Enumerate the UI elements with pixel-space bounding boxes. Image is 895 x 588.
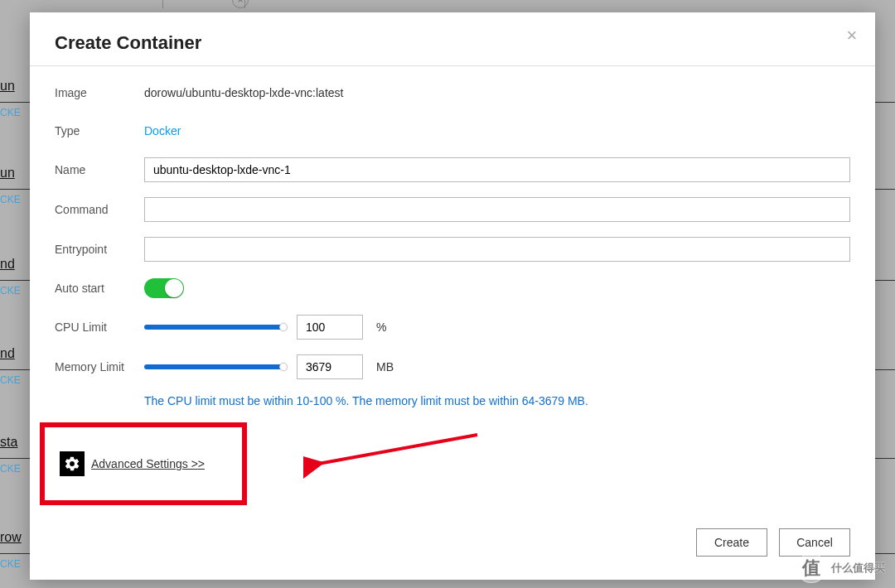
autostart-label: Auto start bbox=[55, 282, 144, 295]
gear-icon bbox=[60, 451, 85, 476]
bg-text: CKE bbox=[0, 374, 21, 386]
memory-limit-label: Memory Limit bbox=[55, 360, 144, 374]
bg-text: un bbox=[0, 166, 15, 180]
type-link[interactable]: Docker bbox=[144, 124, 181, 137]
bg-text: row bbox=[0, 530, 22, 544]
bg-text: CKE bbox=[0, 285, 21, 296]
create-button[interactable]: Create bbox=[696, 528, 767, 557]
svg-line-0 bbox=[318, 435, 477, 464]
memory-unit: MB bbox=[376, 360, 394, 374]
cpu-limit-label: CPU Limit bbox=[55, 321, 144, 334]
memory-limit-slider[interactable] bbox=[144, 364, 283, 369]
entrypoint-label: Entrypoint bbox=[55, 243, 144, 256]
bg-text: CKE bbox=[0, 463, 21, 475]
command-input[interactable] bbox=[144, 197, 850, 222]
image-value: dorowu/ubuntu-desktop-lxde-vnc:latest bbox=[144, 86, 343, 99]
name-label: Name bbox=[55, 163, 144, 176]
watermark: 值 什么值得买 bbox=[796, 553, 885, 583]
bg-text: CKE bbox=[0, 558, 21, 570]
cpu-limit-input[interactable] bbox=[297, 315, 363, 340]
advanced-settings-link[interactable]: Advanced Settings >> bbox=[91, 457, 205, 470]
close-icon[interactable]: × bbox=[840, 24, 864, 47]
divider bbox=[30, 65, 875, 66]
cancel-button[interactable]: Cancel bbox=[779, 528, 850, 557]
bg-text: CKE bbox=[0, 194, 21, 205]
bg-text: nd bbox=[0, 257, 15, 271]
watermark-text: 什么值得买 bbox=[831, 561, 885, 576]
command-label: Command bbox=[55, 203, 144, 216]
bg-text: sta bbox=[0, 435, 17, 449]
watermark-icon: 值 bbox=[796, 553, 826, 583]
bg-text: un bbox=[0, 79, 15, 93]
autostart-toggle[interactable] bbox=[144, 278, 184, 298]
type-label: Type bbox=[55, 124, 144, 137]
name-input[interactable] bbox=[144, 157, 850, 182]
bg-text: nd bbox=[0, 346, 15, 360]
image-label: Image bbox=[55, 86, 144, 99]
create-container-modal: × Create Container Image dorowu/ubuntu-d… bbox=[30, 12, 875, 580]
bg-text: CKE bbox=[0, 107, 21, 118]
annotation-arrow-icon bbox=[303, 427, 494, 493]
cpu-limit-slider[interactable] bbox=[144, 325, 283, 330]
advanced-settings-highlight: Advanced Settings >> bbox=[40, 422, 247, 505]
modal-title: Create Container bbox=[55, 32, 850, 54]
limit-hint: The CPU limit must be within 10-100 %. T… bbox=[144, 394, 850, 407]
entrypoint-input[interactable] bbox=[144, 237, 850, 262]
cpu-unit: % bbox=[376, 321, 386, 334]
memory-limit-input[interactable] bbox=[297, 354, 363, 379]
